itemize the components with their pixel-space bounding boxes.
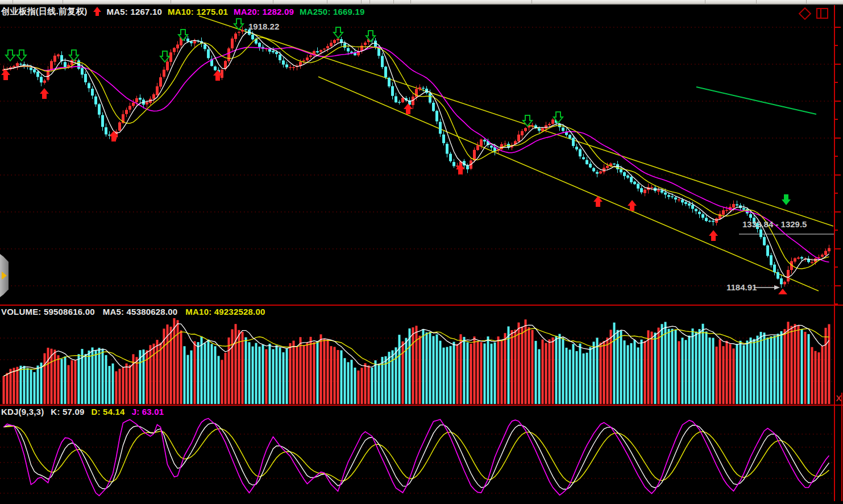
range-price-annotation: 1333.84 - 1329.5	[742, 219, 807, 229]
chart-canvas[interactable]	[0, 0, 843, 504]
ma20-value: MA20: 1282.09	[234, 7, 294, 16]
ma250-line	[696, 87, 816, 114]
indicator-close-button[interactable]: X	[835, 393, 842, 403]
volume-value: VOLUME: 59508616.00	[1, 307, 95, 316]
signal-markers	[1, 19, 791, 294]
instrument-title: 创业板指(日线.前复权)	[1, 6, 88, 17]
split-window-icon[interactable]	[816, 8, 828, 19]
kdj-lines	[4, 418, 829, 495]
kdj-k-value: K: 57.09	[51, 407, 84, 416]
main-chart-header: 创业板指(日线.前复权) MA5: 1267.10 MA10: 1275.01 …	[1, 6, 365, 17]
panel-corner-icons	[800, 8, 828, 19]
volume-ma10-value: MA10: 49232528.00	[185, 307, 265, 316]
kdj-d-value: D: 54.14	[92, 407, 125, 416]
ma-lines	[4, 32, 829, 277]
expand-arrow-icon	[2, 272, 7, 280]
up-arrow-icon	[93, 7, 101, 16]
ma10-value: MA10: 1275.01	[168, 7, 228, 16]
diamond-icon[interactable]	[799, 7, 812, 20]
ma250-value: MA250: 1669.19	[300, 7, 365, 16]
volume-ma5-value: MA5: 45380628.00	[103, 307, 178, 316]
kdj-j-value: J: 63.01	[132, 407, 164, 416]
ma5-value: MA5: 1267.10	[107, 7, 162, 16]
low-price-annotation: 1184.91	[726, 282, 757, 292]
volume-header: VOLUME: 59508616.00 MA5: 45380628.00 MA1…	[1, 307, 265, 316]
range-annotation-clip: 1333.84 - 1329.5	[742, 219, 834, 231]
trendlines	[199, 16, 834, 291]
kdj-header: KDJ(9,3,3) K: 57.09 D: 54.14 J: 63.01	[1, 407, 164, 416]
kdj-name: KDJ(9,3,3)	[1, 407, 44, 416]
peak-price-annotation: 1918.22	[248, 22, 279, 31]
volume-bars	[3, 318, 830, 404]
panel-frame	[0, 5, 843, 501]
stock-chart-window: 创业板指(日线.前复权) MA5: 1267.10 MA10: 1275.01 …	[0, 0, 843, 504]
